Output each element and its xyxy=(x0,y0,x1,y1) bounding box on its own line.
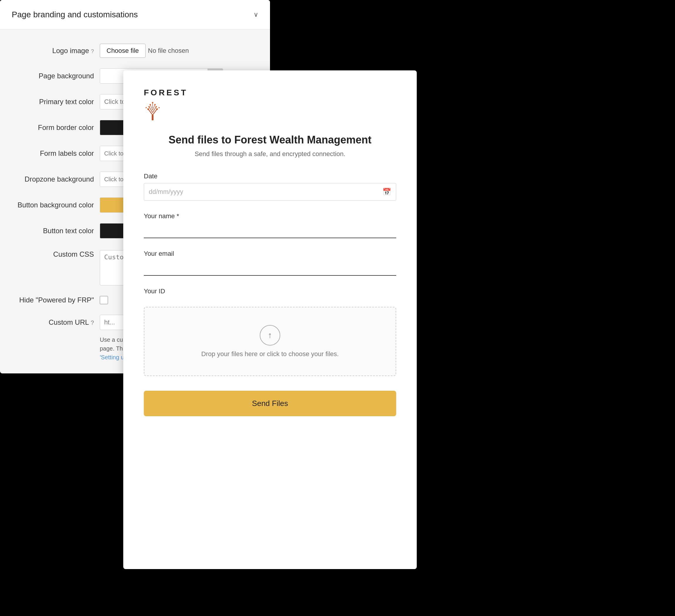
your-email-label: Your email xyxy=(144,250,396,258)
logo-help-icon[interactable]: ? xyxy=(91,49,94,54)
send-files-button[interactable]: Send Files xyxy=(144,391,396,416)
svg-point-11 xyxy=(156,106,157,108)
brand-logo-area: FOREST xyxy=(144,88,396,122)
svg-point-15 xyxy=(146,107,147,108)
preview-panel: FOREST xyxy=(123,70,417,569)
calendar-icon: 📅 xyxy=(382,188,391,196)
brand-name: FOREST xyxy=(144,88,188,97)
your-id-label: Your ID xyxy=(144,287,396,295)
custom-url-help-icon[interactable]: ? xyxy=(91,320,94,326)
your-id-field: Your ID xyxy=(144,287,396,295)
hide-powered-checkbox[interactable] xyxy=(100,296,108,304)
your-name-label: Your name * xyxy=(144,212,396,220)
custom-url-label: Custom URL ? xyxy=(12,318,94,327)
hide-powered-label: Hide "Powered by FRP" xyxy=(12,296,94,304)
dropzone[interactable]: ↑ Drop your files here or click to choos… xyxy=(144,307,396,376)
page-background-label: Page background xyxy=(12,72,94,80)
chevron-down-icon[interactable]: ∨ xyxy=(253,11,258,18)
svg-line-4 xyxy=(153,107,156,113)
choose-file-button[interactable]: Choose file xyxy=(100,44,146,58)
settings-header: Page branding and customisations ∨ xyxy=(0,0,270,30)
svg-point-10 xyxy=(149,106,150,108)
svg-point-8 xyxy=(147,108,149,110)
logo-image-label: Logo image ? xyxy=(12,47,94,55)
form-title: Send files to Forest Wealth Management xyxy=(144,134,396,146)
button-bg-color-label: Button background color xyxy=(12,201,94,209)
upload-arrow-icon: ↑ xyxy=(268,331,272,340)
date-input-row[interactable]: dd/mm/yyyy 📅 xyxy=(144,183,396,201)
primary-text-color-label: Primary text color xyxy=(12,98,94,106)
button-text-color-label: Button text color xyxy=(12,227,94,235)
your-email-field: Your email xyxy=(144,250,396,276)
svg-point-14 xyxy=(152,102,153,103)
svg-point-12 xyxy=(150,104,151,106)
tree-svg xyxy=(144,100,161,121)
upload-icon-circle: ↑ xyxy=(260,325,280,346)
form-subtitle: Send files through a safe, and encrypted… xyxy=(144,150,396,158)
dropzone-background-label: Dropzone background xyxy=(12,175,94,183)
date-field: Date dd/mm/yyyy 📅 xyxy=(144,172,396,201)
dropzone-text: Drop your files here or click to choose … xyxy=(201,350,339,358)
logo-image-control: Choose file No file chosen xyxy=(100,44,258,58)
your-email-input[interactable] xyxy=(144,260,396,276)
brand-tree-icon xyxy=(144,100,161,122)
svg-line-3 xyxy=(149,107,153,113)
custom-css-label: Custom CSS xyxy=(12,250,94,258)
date-label: Date xyxy=(144,172,396,180)
svg-point-13 xyxy=(154,104,156,106)
svg-point-16 xyxy=(158,107,160,108)
svg-point-9 xyxy=(156,108,158,110)
your-name-field: Your name * xyxy=(144,212,396,238)
logo-image-row: Logo image ? Choose file No file chosen xyxy=(0,38,270,63)
no-file-status: No file chosen xyxy=(148,47,189,55)
your-name-input[interactable] xyxy=(144,223,396,238)
form-labels-color-label: Form labels color xyxy=(12,149,94,158)
svg-rect-0 xyxy=(152,115,153,120)
form-border-color-label: Form border color xyxy=(12,123,94,132)
settings-title: Page branding and customisations xyxy=(12,10,138,19)
date-placeholder: dd/mm/yyyy xyxy=(149,188,183,196)
